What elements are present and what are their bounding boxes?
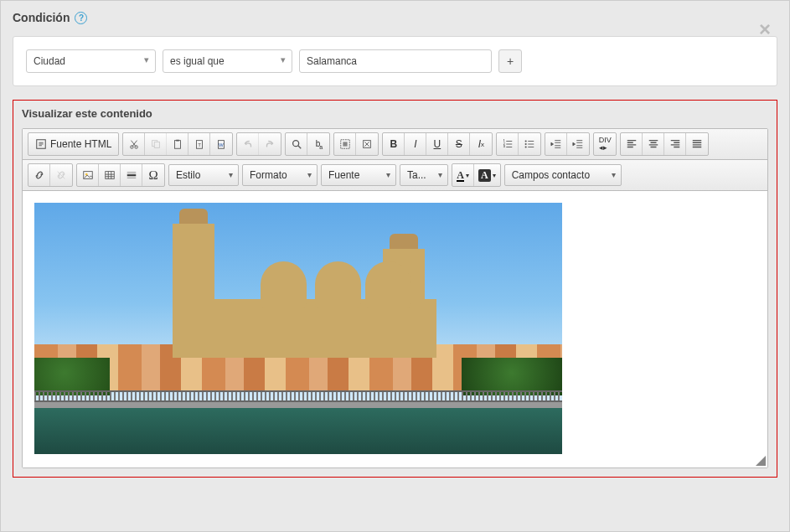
svg-point-20	[525, 146, 527, 147]
paste-button[interactable]	[167, 133, 188, 155]
content-image	[34, 203, 562, 454]
find-button[interactable]	[286, 133, 307, 155]
strike-button[interactable]: S	[448, 133, 470, 155]
redo-button[interactable]	[259, 133, 281, 155]
value-input[interactable]	[299, 49, 492, 73]
text-color-button[interactable]: A▾	[452, 164, 474, 186]
copy-button[interactable]	[145, 133, 167, 155]
bold-button[interactable]: B	[383, 133, 405, 155]
editor-body[interactable]	[23, 191, 767, 467]
link-button[interactable]	[28, 164, 50, 186]
svg-rect-6	[176, 140, 179, 142]
font-dropdown[interactable]: Fuente	[321, 164, 396, 186]
contact-fields-dropdown[interactable]: Campos contacto	[504, 164, 622, 186]
svg-rect-5	[174, 141, 180, 149]
content-heading: Visualizar este contenido	[22, 107, 768, 120]
align-justify-button[interactable]	[686, 133, 708, 155]
help-icon[interactable]: ?	[75, 12, 87, 24]
indent-button[interactable]	[567, 133, 589, 155]
rich-text-editor: Fuente HTML T W ba	[22, 128, 768, 468]
paste-text-button[interactable]: T	[188, 133, 210, 155]
svg-rect-13	[343, 142, 347, 146]
svg-rect-4	[154, 142, 159, 147]
select-all-button[interactable]	[334, 133, 356, 155]
paste-word-button[interactable]: W	[210, 133, 232, 155]
clear-format-button[interactable]: Ix	[470, 133, 492, 155]
svg-point-18	[525, 140, 527, 142]
field-select[interactable]: Ciudad	[26, 49, 156, 73]
numbered-list-button[interactable]: 123	[497, 133, 519, 155]
svg-text:T: T	[198, 142, 201, 147]
format-dropdown[interactable]: Formato	[242, 164, 318, 186]
remove-format-button[interactable]	[356, 133, 378, 155]
panel-title: Condición	[13, 11, 70, 24]
underline-button[interactable]: U	[426, 133, 448, 155]
condition-panel: Condición ? × Ciudad es igual que + Visu…	[0, 0, 790, 532]
hr-button[interactable]	[121, 164, 142, 186]
outdent-button[interactable]	[545, 133, 567, 155]
image-button[interactable]	[77, 164, 99, 186]
unlink-button[interactable]	[50, 164, 72, 186]
align-right-button[interactable]	[664, 133, 686, 155]
operator-select[interactable]: es igual que	[163, 49, 292, 73]
style-dropdown[interactable]: Estilo	[168, 164, 239, 186]
svg-point-11	[292, 141, 298, 147]
italic-button[interactable]: I	[405, 133, 426, 155]
div-button[interactable]: DIV◂▸	[594, 133, 616, 155]
undo-button[interactable]	[237, 133, 259, 155]
align-center-button[interactable]	[643, 133, 664, 155]
toolbar-row-2: Ω Estilo Formato Fuente Ta... A▾ A▾ Camp…	[23, 160, 767, 191]
resize-handle[interactable]	[756, 456, 766, 466]
bullet-list-button[interactable]	[519, 133, 540, 155]
align-left-button[interactable]	[621, 133, 643, 155]
replace-button[interactable]: ba	[307, 133, 329, 155]
source-html-button[interactable]: Fuente HTML	[28, 133, 118, 155]
cut-button[interactable]	[123, 133, 145, 155]
svg-text:3: 3	[503, 145, 505, 148]
bg-color-button[interactable]: A▾	[474, 164, 500, 186]
size-dropdown[interactable]: Ta...	[400, 164, 448, 186]
svg-point-19	[525, 143, 527, 145]
special-char-button[interactable]: Ω	[142, 164, 164, 186]
toolbar-row-1: Fuente HTML T W ba	[23, 129, 767, 160]
panel-header: Condición ?	[13, 11, 777, 24]
close-icon[interactable]: ×	[759, 19, 771, 39]
table-button[interactable]	[99, 164, 121, 186]
svg-rect-23	[105, 172, 114, 179]
svg-text:W: W	[219, 142, 224, 147]
content-section: Visualizar este contenido Fuente HTML T …	[13, 100, 777, 478]
condition-row: Ciudad es igual que +	[13, 36, 777, 86]
add-condition-button[interactable]: +	[498, 49, 522, 73]
